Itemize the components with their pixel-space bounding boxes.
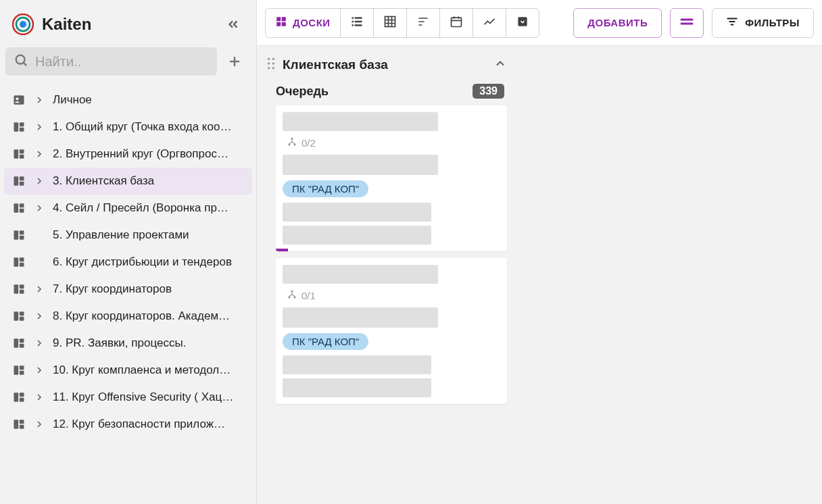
sidebar-item-5[interactable]: 5. Управление проектами [4,222,252,249]
view-calendar-button[interactable] [440,9,473,37]
svg-rect-9 [14,122,19,131]
chevron-right-icon[interactable] [32,147,46,161]
app-logo-icon [12,14,34,35]
search-input[interactable] [35,54,209,70]
svg-rect-24 [14,257,19,266]
sidebar-item-label: 7. Круг координаторов [53,282,244,296]
sidebar: Kaiten Личное1. Общий круг (Точка входа … [0,0,257,504]
chevron-right-icon[interactable] [32,174,46,188]
board-icon [12,147,26,161]
sidebar-item-label: 8. Круг координаторов. Академ… [53,309,244,323]
chevron-right-icon[interactable] [32,93,46,107]
svg-rect-52 [354,20,362,22]
app-name: Kaiten [42,15,91,34]
chevron-right-icon[interactable] [32,309,46,323]
filters-button[interactable]: ФИЛЬТРЫ [712,8,814,38]
chart-line-icon [483,15,496,31]
svg-rect-43 [20,420,24,424]
view-archive-button[interactable] [506,9,539,37]
subtasks-count: 0/2 [301,137,316,149]
chevron-right-icon[interactable] [32,363,46,377]
filters-label: ФИЛЬТРЫ [745,17,800,28]
svg-point-81 [293,143,295,145]
chevron-right-icon[interactable] [32,418,46,431]
sidebar-item-11[interactable]: 11. Круг Offensive Security ( Хац… [4,384,252,411]
sidebar-item-2[interactable]: 2. Внутренний круг (Оргвопрос… [4,141,252,168]
svg-rect-40 [20,393,24,397]
card-tag[interactable]: ПК "РАД КОП" [283,333,368,350]
svg-line-4 [24,63,26,66]
sidebar-item-4[interactable]: 4. Сейл / Пресейл (Воронка пр… [4,195,252,222]
svg-rect-20 [20,209,24,213]
svg-rect-46 [282,17,286,21]
sidebar-item-label: 6. Круг дистрибьюции и тендеров [53,255,244,269]
view-list-button[interactable] [341,9,374,37]
subtasks-count: 0/1 [301,290,316,301]
sidebar-item-label: 11. Круг Offensive Security ( Хац… [53,390,244,404]
view-chart-button[interactable] [473,9,506,37]
drag-handle-icon[interactable] [266,57,276,72]
sidebar-item-label: 5. Управление проектами [53,228,244,242]
board-icon [12,201,26,215]
sidebar-item-3[interactable]: 3. Клиентская база [4,168,252,195]
board-icon [12,390,26,404]
view-table-button[interactable] [374,9,407,37]
card[interactable]: 0/1 ПК "РАД КОП" [276,258,507,404]
priority-button[interactable] [670,8,704,38]
svg-rect-23 [20,236,24,240]
board-icon [12,309,26,323]
sidebar-item-label: 3. Клиентская база [53,174,244,188]
card-line-placeholder [283,378,431,397]
board-icon [12,363,26,377]
svg-rect-15 [14,176,19,185]
svg-rect-54 [354,24,362,26]
card[interactable]: 0/2 ПК "РАД КОП" [276,105,507,251]
sidebar-item-0[interactable]: Личное [4,86,252,114]
chevron-right-icon[interactable] [32,201,46,215]
card-color-bar [276,249,288,251]
sidebar-item-1[interactable]: 1. Общий круг (Точка входа коо… [4,114,252,141]
collapse-panel-button[interactable] [493,57,507,73]
add-space-button[interactable] [221,48,248,75]
chevron-right-icon[interactable] [32,336,46,350]
add-button[interactable]: ДОБАВИТЬ [573,8,662,38]
chevron-right-icon[interactable] [32,282,46,296]
svg-rect-10 [20,122,24,126]
sidebar-item-12[interactable]: 12. Круг безопасности прилож… [4,411,252,438]
svg-rect-11 [20,128,24,132]
sidebar-item-7[interactable]: 7. Круг координаторов [4,276,252,303]
svg-point-84 [293,296,295,298]
svg-point-82 [291,291,293,293]
card-tag[interactable]: ПК "РАД КОП" [283,180,368,197]
board-icon [12,255,26,269]
sidebar-item-9[interactable]: 9. PR. Заявки, процессы. [4,330,252,357]
svg-rect-35 [20,344,24,348]
sidebar-item-10[interactable]: 10. Круг комплаенса и методол… [4,357,252,384]
chevron-right-icon[interactable] [32,390,46,404]
svg-point-76 [272,62,275,65]
logo[interactable]: Kaiten [12,14,91,35]
sidebar-item-8[interactable]: 8. Круг координаторов. Академ… [4,303,252,330]
svg-rect-13 [20,149,24,153]
svg-rect-17 [20,182,24,186]
svg-rect-50 [354,17,362,19]
search-wrap[interactable] [5,47,217,76]
subtasks-indicator: 0/2 [283,136,500,149]
card-line-placeholder [283,203,431,222]
view-timeline-button[interactable] [407,9,440,37]
collapse-sidebar-button[interactable] [222,14,244,35]
view-boards-button[interactable]: ДОСКИ [266,9,341,37]
svg-rect-55 [385,16,395,26]
chevron-right-icon[interactable] [32,120,46,134]
sidebar-item-6[interactable]: 6. Круг дистрибьюции и тендеров [4,249,252,276]
cards-list: 0/2 ПК "РАД КОП" [264,105,514,411]
board-area[interactable]: Клиентская база Очередь 339 [257,46,822,504]
svg-rect-49 [352,17,354,19]
svg-point-83 [288,296,290,298]
board-icon [12,336,26,350]
person-card-icon [12,93,26,107]
svg-rect-48 [282,22,286,26]
table-icon [383,15,397,31]
calendar-icon [450,15,463,31]
column-header[interactable]: Очередь 339 [264,77,514,105]
